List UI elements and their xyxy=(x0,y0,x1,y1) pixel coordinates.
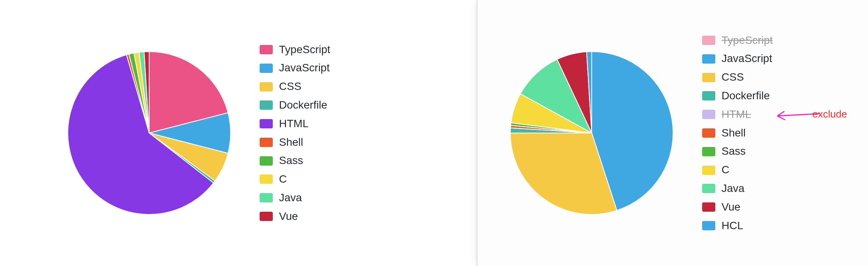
legend-item-typescript[interactable]: TypeScript xyxy=(702,35,773,47)
legend-item-hcl[interactable]: HCL xyxy=(702,220,773,232)
legend-label: Sass xyxy=(279,155,303,167)
legend-label: Dockerfile xyxy=(279,99,327,111)
legend-item-dockerfile[interactable]: Dockerfile xyxy=(702,90,773,102)
chart-panel-right: TypeScriptJavaScriptCSSDockerfileHTMLShe… xyxy=(477,0,868,266)
legend-item-c[interactable]: C xyxy=(702,164,773,176)
legend-item-html[interactable]: HTML xyxy=(260,118,330,130)
legend-label: Vue xyxy=(722,201,741,213)
legend-swatch xyxy=(702,54,715,64)
legend-label: HTML xyxy=(279,118,308,130)
legend-swatch xyxy=(702,73,715,82)
legend-item-css[interactable]: CSS xyxy=(260,81,330,93)
legend-item-html[interactable]: HTML xyxy=(702,109,773,121)
legend-swatch xyxy=(260,82,273,92)
legend-swatch xyxy=(260,64,273,73)
legend-swatch xyxy=(702,36,715,45)
legend-label: Java xyxy=(279,192,302,204)
legend-label: HCL xyxy=(722,220,743,232)
legend-label: Dockerfile xyxy=(722,90,770,102)
legend-swatch xyxy=(702,202,715,212)
legend-swatch xyxy=(260,212,273,221)
legend-swatch xyxy=(702,147,715,156)
legend-label: HTML xyxy=(722,109,751,121)
pie-chart-right xyxy=(508,50,675,216)
legend-label: C xyxy=(722,164,729,176)
legend-swatch xyxy=(702,166,715,175)
legend-label: TypeScript xyxy=(279,44,330,56)
legend-item-typescript[interactable]: TypeScript xyxy=(260,44,330,56)
legend-swatch xyxy=(702,221,715,230)
legend-label: Java xyxy=(722,183,744,195)
legend-item-sass[interactable]: Sass xyxy=(702,145,773,157)
legend-item-javascript[interactable]: JavaScript xyxy=(702,53,773,65)
legend-item-javascript[interactable]: JavaScript xyxy=(260,62,330,74)
legend-swatch xyxy=(260,138,273,147)
legend-left: TypeScriptJavaScriptCSSDockerfileHTMLShe… xyxy=(260,44,330,223)
legend-item-vue[interactable]: Vue xyxy=(260,211,330,223)
legend-label: JavaScript xyxy=(279,62,330,74)
legend-swatch xyxy=(260,193,273,202)
legend-item-shell[interactable]: Shell xyxy=(260,136,330,149)
legend-swatch xyxy=(702,128,715,138)
legend-swatch xyxy=(260,45,273,54)
legend-item-java[interactable]: Java xyxy=(702,183,773,195)
legend-swatch xyxy=(260,156,273,166)
legend-item-dockerfile[interactable]: Dockerfile xyxy=(260,99,330,111)
chart-panel-left: TypeScriptJavaScriptCSSDockerfileHTMLShe… xyxy=(0,0,477,266)
legend-swatch xyxy=(260,100,273,110)
legend-right: TypeScriptJavaScriptCSSDockerfileHTMLShe… xyxy=(702,35,773,232)
legend-label: Shell xyxy=(279,136,303,149)
legend-item-sass[interactable]: Sass xyxy=(260,155,330,167)
legend-item-shell[interactable]: Shell xyxy=(702,127,773,139)
annotation-label: exclude xyxy=(812,108,847,120)
legend-label: Vue xyxy=(279,211,298,223)
annotation-arrow xyxy=(770,103,824,126)
legend-label: Shell xyxy=(722,127,746,139)
legend-item-css[interactable]: CSS xyxy=(702,71,773,83)
legend-item-java[interactable]: Java xyxy=(260,192,330,204)
legend-item-c[interactable]: C xyxy=(260,173,330,185)
legend-label: JavaScript xyxy=(722,53,772,65)
pie-chart-left xyxy=(66,50,232,216)
legend-label: Sass xyxy=(722,145,746,157)
legend-swatch xyxy=(702,91,715,100)
legend-swatch xyxy=(702,184,715,193)
legend-swatch xyxy=(260,119,273,128)
legend-swatch xyxy=(702,110,715,119)
legend-label: CSS xyxy=(279,81,301,93)
legend-label: TypeScript xyxy=(722,35,773,47)
legend-swatch xyxy=(260,174,273,184)
legend-item-vue[interactable]: Vue xyxy=(702,201,773,213)
legend-label: CSS xyxy=(722,71,744,83)
legend-label: C xyxy=(279,173,287,185)
